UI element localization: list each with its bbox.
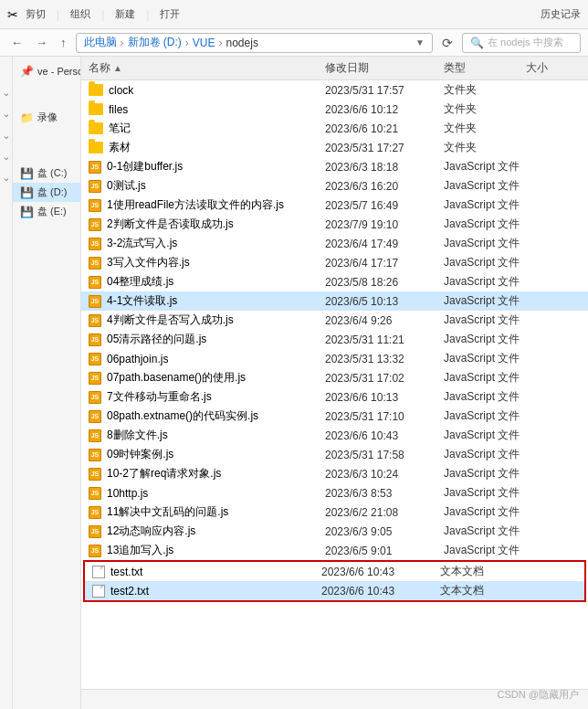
txt-file-icon xyxy=(92,566,105,578)
file-type: JavaScript 文件 xyxy=(444,370,526,386)
table-row[interactable]: JS 7文件移动与重命名.js 2023/6/6 10:13 JavaScrip… xyxy=(81,387,588,407)
file-name-cell: files xyxy=(89,103,325,116)
file-date: 2023/6/6 10:43 xyxy=(321,585,440,598)
file-name: test.txt xyxy=(110,566,142,578)
table-row[interactable]: JS 3-2流式写入.js 2023/6/4 17:49 JavaScript … xyxy=(81,234,588,253)
table-row[interactable]: JS 05清示路径的问题.js 2023/5/31 11:21 JavaScri… xyxy=(81,330,588,349)
nav-item-personal[interactable]: 📌 ve - Persona xyxy=(13,62,80,80)
file-type: 文本文档 xyxy=(440,583,522,598)
cut-label: 剪切 xyxy=(26,7,46,21)
collapse-arrow-3[interactable]: ‹ xyxy=(1,136,11,139)
col-size[interactable]: 大小 xyxy=(526,60,581,76)
file-name: 09时钟案例.js xyxy=(107,447,173,462)
table-row[interactable]: JS 04整理成绩.js 2023/5/8 18:26 JavaScript 文… xyxy=(81,272,588,291)
nav-item-drive-d[interactable]: 💾 盘 (D:) xyxy=(13,183,80,202)
history-label: 历史记录 xyxy=(541,7,581,21)
table-row[interactable]: JS 12动态响应内容.js 2023/6/3 9:05 JavaScript … xyxy=(81,522,588,541)
file-name: 7文件移动与重命名.js xyxy=(107,389,212,405)
nav-item-drive-c[interactable]: 💾 盘 (C:) xyxy=(13,164,80,183)
file-name-cell: JS 06pathjoin.js xyxy=(89,353,325,365)
file-name: 13追加写入.js xyxy=(107,543,173,558)
js-file-icon: JS xyxy=(89,276,101,289)
file-name-cell: JS 2判断文件是否读取成功.js xyxy=(89,217,325,232)
file-name-cell: JS 09时钟案例.js xyxy=(89,447,325,462)
nav-label-c: 盘 (C:) xyxy=(37,166,67,180)
txt-file-icon xyxy=(92,585,105,598)
table-row[interactable]: JS 07path.basename()的使用.js 2023/5/31 17:… xyxy=(81,368,588,387)
file-type: JavaScript 文件 xyxy=(444,312,526,328)
file-date: 2023/5/31 17:27 xyxy=(325,142,444,154)
file-name: files xyxy=(109,103,128,116)
table-row[interactable]: JS 10-2了解req请求对象.js 2023/6/3 10:24 JavaS… xyxy=(81,464,588,483)
breadcrumb-this-pc[interactable]: 此电脑 xyxy=(84,35,117,50)
js-file-icon: JS xyxy=(89,525,101,538)
open-btn[interactable]: 打开 xyxy=(160,7,180,21)
table-row[interactable]: JS 09时钟案例.js 2023/5/31 17:58 JavaScript … xyxy=(81,445,588,464)
collapse-arrow-2[interactable]: ‹ xyxy=(1,114,11,117)
file-name-cell: clock xyxy=(89,84,325,97)
file-date: 2023/5/7 16:49 xyxy=(325,199,444,212)
up-button[interactable]: ↑ xyxy=(57,34,70,51)
js-file-icon: JS xyxy=(89,180,101,193)
file-name: 3写入文件内容.js xyxy=(107,255,190,270)
table-row[interactable]: JS 3写入文件内容.js 2023/6/4 17:17 JavaScript … xyxy=(81,253,588,272)
search-box[interactable]: 🔍 在 nodejs 中搜索 xyxy=(462,33,581,53)
folder-icon xyxy=(89,103,103,115)
file-type: JavaScript 文件 xyxy=(444,197,526,213)
col-modified[interactable]: 修改日期 xyxy=(325,60,444,76)
table-row[interactable]: 笔记 2023/6/6 10:21 文件夹 xyxy=(81,119,588,138)
table-row[interactable]: JS 0-1创建buffer.js 2023/6/3 18:18 JavaScr… xyxy=(81,157,588,176)
table-row[interactable]: JS 2判断文件是否读取成功.js 2023/7/9 19:10 JavaScr… xyxy=(81,215,588,234)
file-name-cell: test2.txt xyxy=(92,585,321,598)
breadcrumb-vue[interactable]: VUE xyxy=(193,37,215,49)
table-row[interactable]: JS 1使用readFile方法读取文件的内容.js 2023/5/7 16:4… xyxy=(81,196,588,215)
new-label: 新建 xyxy=(115,7,135,21)
file-date: 2023/6/3 8:53 xyxy=(325,487,444,500)
file-name: 08path.extname()的代码实例.js xyxy=(107,408,258,424)
col-name[interactable]: 名称 ▲ xyxy=(89,60,325,76)
nav-label-e: 盘 (E:) xyxy=(37,205,67,218)
collapse-arrow-1[interactable]: ‹ xyxy=(1,93,11,96)
file-date: 2023/7/9 19:10 xyxy=(325,218,444,231)
nav-label-recordings: 录像 xyxy=(37,111,58,124)
table-row[interactable]: JS 4-1文件读取.js 2023/6/5 10:13 JavaScript … xyxy=(81,291,588,311)
refresh-button[interactable]: ⟳ xyxy=(438,34,457,52)
table-row[interactable]: JS 4判断文件是否写入成功.js 2023/6/4 9:26 JavaScri… xyxy=(81,311,588,330)
table-row[interactable]: JS 13追加写入.js 2023/6/5 9:01 JavaScript 文件 xyxy=(81,541,588,560)
file-type: JavaScript 文件 xyxy=(444,485,526,501)
breadcrumb-nodejs[interactable]: nodejs xyxy=(226,37,258,49)
table-row[interactable]: test2.txt 2023/6/6 10:43 文本文档 xyxy=(85,581,584,600)
file-list: clock 2023/5/31 17:57 文件夹 files 2023/6/6… xyxy=(81,80,588,689)
file-type: JavaScript 文件 xyxy=(444,466,526,481)
js-file-icon: JS xyxy=(89,506,101,519)
table-row[interactable]: files 2023/6/6 10:12 文件夹 xyxy=(81,100,588,119)
forward-button[interactable]: → xyxy=(32,34,51,51)
table-row[interactable]: JS 06pathjoin.js 2023/5/31 13:32 JavaScr… xyxy=(81,349,588,368)
nav-item-drive-e[interactable]: 💾 盘 (E:) xyxy=(13,202,80,221)
file-type: JavaScript 文件 xyxy=(444,524,526,539)
file-type: 文件夹 xyxy=(444,140,526,155)
table-row[interactable]: JS 08path.extname()的代码实例.js 2023/5/31 17… xyxy=(81,407,588,426)
table-row[interactable]: JS 10http.js 2023/6/3 8:53 JavaScript 文件 xyxy=(81,483,588,503)
breadcrumb-drive[interactable]: 新加卷 (D:) xyxy=(128,35,182,50)
col-type[interactable]: 类型 xyxy=(444,60,526,76)
table-row[interactable]: clock 2023/5/31 17:57 文件夹 xyxy=(81,80,588,100)
table-row[interactable]: JS 8删除文件.js 2023/6/6 10:43 JavaScript 文件 xyxy=(81,426,588,445)
table-row[interactable]: JS 0测试.js 2023/6/3 16:20 JavaScript 文件 xyxy=(81,176,588,196)
file-name: 素材 xyxy=(109,140,131,155)
dropdown-icon[interactable]: ▼ xyxy=(415,37,425,48)
nav-panel: 📌 ve - Persona 📁 录像 💾 盘 (C:) 💾 盘 (D:) 💾 … xyxy=(13,57,81,709)
table-row[interactable]: 素材 2023/5/31 17:27 文件夹 xyxy=(81,138,588,157)
file-type: JavaScript 文件 xyxy=(444,274,526,290)
js-file-icon: JS xyxy=(89,353,101,365)
collapse-arrow-4[interactable]: ‹ xyxy=(1,157,11,160)
table-row[interactable]: JS 11解决中文乱码的问题.js 2023/6/2 21:08 JavaScr… xyxy=(81,503,588,522)
back-button[interactable]: ← xyxy=(7,34,26,51)
table-row[interactable]: test.txt 2023/6/6 10:43 文本文档 xyxy=(85,562,584,581)
collapse-arrow-5[interactable]: ‹ xyxy=(1,178,11,181)
file-name-cell: JS 04整理成绩.js xyxy=(89,274,325,290)
file-name: 06pathjoin.js xyxy=(107,353,168,365)
file-name: 10-2了解req请求对象.js xyxy=(107,466,221,481)
file-type: JavaScript 文件 xyxy=(444,178,526,194)
nav-item-recordings[interactable]: 📁 录像 xyxy=(13,108,80,127)
